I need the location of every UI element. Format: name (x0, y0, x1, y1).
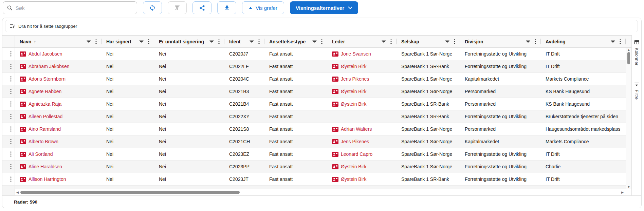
table-row[interactable]: Abdul Jacobsen Nei Nei C2020J7 Fast ansa… (2, 48, 626, 60)
column-header-leder[interactable]: Leder (327, 36, 397, 47)
clear-filter-button[interactable] (168, 1, 187, 14)
person-link[interactable]: Aino Ramsland (29, 126, 61, 132)
leader-link[interactable]: Jens Pikenes (341, 76, 369, 82)
column-menu-icon[interactable] (218, 39, 220, 44)
vertical-scroll-thumb[interactable] (627, 52, 630, 64)
table-row[interactable]: Aino Ramsland Nei Nei C2021S8 Fast ansat… (2, 123, 626, 135)
column-header-har-signert[interactable]: Har signert (102, 36, 154, 47)
filter-lines-icon[interactable] (209, 39, 214, 44)
column-menu-icon[interactable] (390, 39, 392, 44)
person-link[interactable]: Abraham Jakobsen (29, 64, 70, 69)
table-row-partial[interactable] (2, 186, 626, 189)
filter-lines-icon[interactable] (526, 39, 531, 44)
table-row[interactable]: Abraham Jakobsen Nei Nei C2022LF Fast an… (2, 60, 626, 73)
search-box[interactable] (3, 1, 137, 14)
row-menu-button[interactable] (2, 135, 15, 148)
filter-lines-icon[interactable] (312, 39, 317, 44)
column-header-divisjon[interactable]: Divisjon (460, 36, 541, 47)
person-link[interactable]: Alberto Brown (29, 139, 58, 144)
row-menu-button[interactable] (2, 123, 15, 135)
cell-ansettelsestype: Fast ansatt (264, 161, 327, 173)
cell-selskap: SpareBank 1 Sør-Norge (397, 135, 460, 148)
column-header-avdeling[interactable]: Avdeling (541, 36, 626, 47)
person-link[interactable]: Agnete Rabben (29, 89, 61, 94)
row-menu-button[interactable] (2, 173, 15, 185)
column-header-ansettelsestype[interactable]: Ansettelsestype (264, 36, 327, 47)
leader-link[interactable]: Jone Svansen (341, 51, 371, 57)
row-menu-icon (10, 176, 12, 182)
person-link[interactable]: Adoris Stormborn (29, 76, 66, 82)
visningsalternativer-button[interactable]: Visningsalternativer (290, 1, 358, 14)
leader-link[interactable]: Øystein Birk (341, 164, 366, 169)
row-menu-button[interactable] (2, 186, 15, 189)
contact-card-icon (332, 152, 338, 157)
column-menu-icon[interactable] (620, 39, 621, 44)
filter-lines-icon[interactable] (445, 39, 450, 44)
row-menu-button[interactable] (2, 48, 15, 60)
leader-link[interactable]: Adrian Walters (341, 126, 372, 132)
table-row[interactable]: Agnete Rabben Nei Nei C2021B3 Fast ansat… (2, 85, 626, 98)
person-link[interactable]: Abdul Jacobsen (29, 51, 62, 57)
cell-har-signert: Nei (102, 148, 154, 160)
filter-lines-icon[interactable] (86, 39, 91, 44)
sort-asc-icon[interactable]: ↑ (34, 39, 36, 44)
row-menu-button[interactable] (2, 148, 15, 160)
row-group-dropzone[interactable]: Dra hit for å sette radgrupper (5, 20, 638, 32)
column-menu-icon[interactable] (148, 39, 149, 44)
table-row[interactable]: Aileen Pollestad Nei Nei C2022XY Fast an… (2, 110, 626, 123)
leader-link[interactable]: Øystein Birk (341, 176, 366, 182)
column-menu-icon[interactable] (321, 39, 323, 44)
table-row[interactable]: Ali Sortland Nei Nei C2023EZ Fast ansatt… (2, 148, 626, 161)
person-link[interactable]: Aileen Pollestad (29, 114, 62, 119)
vis-grafer-button[interactable]: Vis grafer (242, 1, 284, 14)
column-header-navn[interactable]: Navn ↑ (15, 36, 102, 47)
sidebar-tab-filtre[interactable]: Filtre (634, 82, 639, 100)
row-menu-button[interactable] (2, 85, 15, 98)
table-row[interactable]: Agnieszka Raja Nei Nei C2021B4 Fast ansa… (2, 98, 626, 110)
column-menu-icon[interactable] (258, 39, 260, 44)
filter-lines-icon[interactable] (139, 39, 144, 44)
scroll-down-arrow-icon[interactable]: ▼ (626, 185, 631, 189)
column-header-selskap[interactable]: Selskap (397, 36, 460, 47)
person-link[interactable]: Ali Sortland (29, 151, 53, 157)
person-link[interactable]: Agnieszka Raja (29, 101, 61, 107)
table-row[interactable]: Allison Harrington Nei Nei C2023JT Fast … (2, 173, 626, 186)
download-button[interactable] (217, 1, 236, 14)
row-menu-icon (10, 113, 12, 120)
sidebar-tab-kolonner[interactable]: Kolonner (634, 40, 639, 65)
table-row[interactable]: Adoris Stormborn Nei Nei C20204C Fast an… (2, 73, 626, 85)
scroll-up-arrow-icon[interactable]: ▲ (626, 48, 631, 52)
cell-avdeling: IT Drift (541, 173, 626, 185)
filter-lines-icon[interactable] (610, 39, 615, 44)
leader-link[interactable]: Jens Pikenes (341, 139, 369, 144)
row-menu-button[interactable] (2, 98, 15, 110)
leader-link[interactable]: Øystein Birk (341, 89, 366, 94)
refresh-button[interactable] (143, 1, 162, 14)
row-menu-button[interactable] (2, 110, 15, 123)
table-row[interactable]: Alberto Brown Nei Nei C2021CH Fast ansat… (2, 135, 626, 148)
leader-link[interactable]: Øystein Birk (341, 101, 366, 107)
column-menu-icon[interactable] (535, 39, 536, 44)
search-input[interactable] (16, 5, 133, 11)
filter-lines-icon[interactable] (249, 39, 254, 44)
horizontal-scroll-thumb[interactable] (20, 191, 240, 194)
column-menu-icon[interactable] (95, 39, 97, 44)
row-menu-button[interactable] (2, 60, 15, 72)
table-row[interactable]: Aline Haraldsen Nei Nei C2023PP Fast ans… (2, 161, 626, 173)
column-header-ident[interactable]: Ident (224, 36, 264, 47)
horizontal-scrollbar[interactable]: ◀ ▶ (15, 189, 626, 195)
column-header-er-unntatt-signering[interactable]: Er unntatt signering (154, 36, 224, 47)
row-menu-button[interactable] (2, 73, 15, 85)
leader-link[interactable]: Leonard Capro (341, 151, 372, 157)
share-button[interactable] (192, 1, 211, 14)
column-menu-icon[interactable] (454, 39, 455, 44)
cell-divisjon: Personmarked (460, 85, 541, 98)
scroll-right-arrow-icon[interactable]: ▶ (621, 189, 624, 195)
person-link[interactable]: Aline Haraldsen (29, 164, 62, 169)
person-link[interactable]: Allison Harrington (29, 176, 66, 182)
vertical-scrollbar[interactable]: ▲ ▼ (626, 48, 631, 189)
leader-link[interactable]: Øystein Birk (341, 64, 366, 69)
filter-lines-icon[interactable] (381, 39, 386, 44)
row-menu-button[interactable] (2, 161, 15, 173)
scroll-left-arrow-icon[interactable]: ◀ (16, 189, 19, 195)
